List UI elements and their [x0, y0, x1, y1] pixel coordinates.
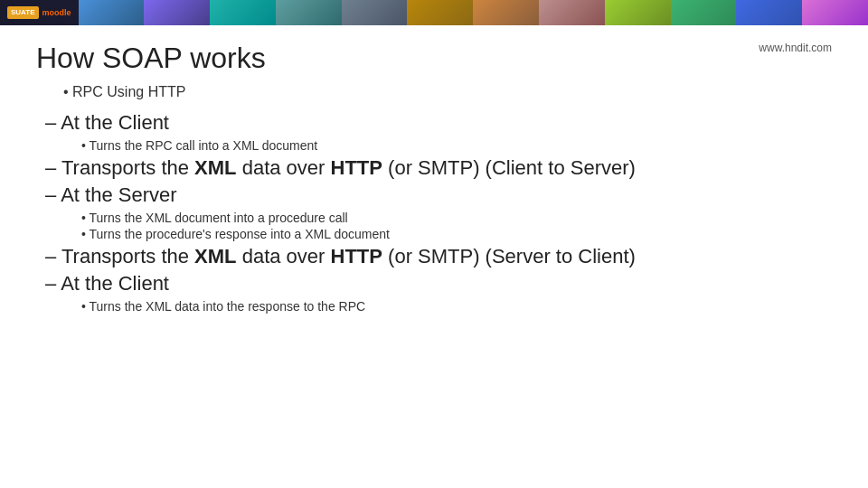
bullet-xml-procedure: Turns the XML document into a procedure …	[45, 211, 823, 225]
transport-line-1: – Transports the XML data over HTTP (or …	[45, 156, 823, 180]
banner-img-12	[802, 0, 868, 25]
section-at-client-1: – At the Client Turns the RPC call into …	[45, 111, 823, 153]
transport-em-http-2: HTTP	[331, 245, 382, 267]
banner-images	[79, 0, 868, 25]
banner-img-11	[736, 0, 802, 25]
heading-at-client-2: – At the Client	[45, 272, 823, 296]
banner-img-6	[407, 0, 473, 25]
transport-line-2: – Transports the XML data over HTTP (or …	[45, 245, 823, 268]
banner-img-3	[210, 0, 276, 25]
main-content: How SOAP works www.hndit.com RPC Using H…	[0, 25, 868, 324]
bullet-xml-rpc-response: Turns the XML data into the response to …	[45, 299, 823, 314]
banner-img-4	[276, 0, 342, 25]
heading-at-server: – At the Server	[45, 183, 823, 207]
transport-em-1: XML	[194, 156, 236, 179]
banner-img-7	[473, 0, 539, 25]
banner-img-2	[144, 0, 210, 25]
moodle-logo: moodle	[42, 8, 71, 17]
transport-em-http-1: HTTP	[331, 156, 382, 179]
content-area: RPC Using HTTP – At the Client Turns the…	[36, 84, 832, 314]
logo-area: SUATE moodle	[0, 6, 79, 19]
top-bullet: RPC Using HTTP	[45, 84, 823, 100]
bullet-procedure-xml: Turns the procedure's response into a XM…	[45, 227, 823, 241]
banner-img-1	[79, 0, 145, 25]
suate-logo: SUATE	[7, 6, 39, 19]
page-title: How SOAP works	[36, 42, 832, 75]
heading-at-client-1: – At the Client	[45, 111, 823, 135]
top-banner: SUATE moodle	[0, 0, 868, 25]
banner-img-9	[605, 0, 671, 25]
banner-img-10	[671, 0, 737, 25]
website-url: www.hndit.com	[759, 42, 832, 54]
banner-img-8	[539, 0, 605, 25]
section-at-server: – At the Server Turns the XML document i…	[45, 183, 823, 241]
banner-img-5	[342, 0, 408, 25]
section-at-client-2: – At the Client Turns the XML data into …	[45, 272, 823, 314]
bullet-rpc-xml: Turns the RPC call into a XML document	[45, 138, 823, 153]
transport-em-2: XML	[194, 245, 236, 267]
